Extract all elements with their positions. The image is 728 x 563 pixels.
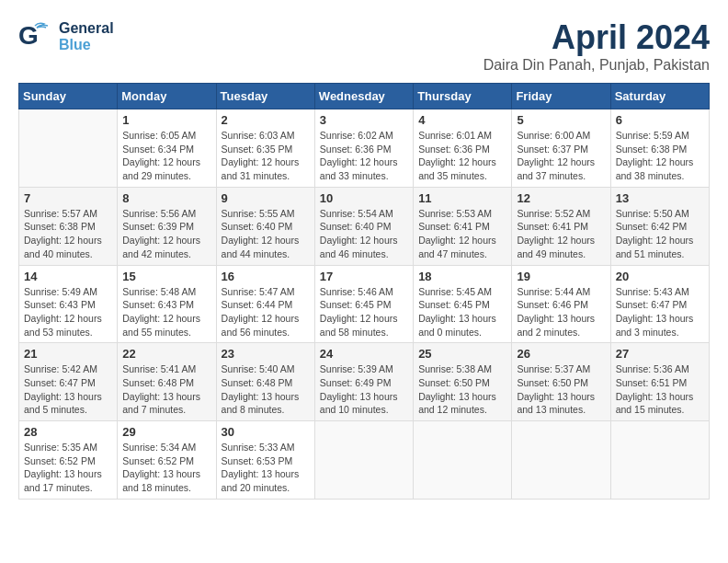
- day-number: 11: [418, 191, 506, 205]
- calendar-cell: [414, 421, 512, 500]
- day-info: Sunrise: 5:57 AMSunset: 6:38 PMDaylight:…: [24, 207, 112, 261]
- header-saturday: Saturday: [610, 84, 709, 109]
- day-info: Sunrise: 5:37 AMSunset: 6:50 PMDaylight:…: [517, 362, 605, 417]
- calendar-cell: 15Sunrise: 5:48 AMSunset: 6:43 PMDayligh…: [118, 265, 216, 343]
- day-info: Sunrise: 5:36 AMSunset: 6:51 PMDaylight:…: [616, 362, 704, 417]
- page-subtitle: Daira Din Panah, Punjab, Pakistan: [483, 57, 710, 74]
- calendar-cell: 30Sunrise: 5:33 AMSunset: 6:53 PMDayligh…: [216, 421, 314, 500]
- day-number: 14: [24, 270, 112, 283]
- day-info: Sunrise: 5:49 AMSunset: 6:43 PMDaylight:…: [24, 285, 112, 339]
- calendar-cell: 3Sunrise: 6:02 AMSunset: 6:36 PMDaylight…: [314, 109, 413, 188]
- day-number: 7: [24, 191, 112, 205]
- calendar-cell: 24Sunrise: 5:39 AMSunset: 6:49 PMDayligh…: [314, 343, 413, 421]
- day-number: 24: [320, 347, 408, 361]
- calendar-cell: 25Sunrise: 5:38 AMSunset: 6:50 PMDayligh…: [414, 343, 512, 421]
- calendar-cell: [314, 421, 413, 500]
- calendar-cell: 18Sunrise: 5:45 AMSunset: 6:45 PMDayligh…: [414, 265, 512, 343]
- day-number: 4: [418, 113, 506, 127]
- day-info: Sunrise: 6:05 AMSunset: 6:34 PMDaylight:…: [122, 129, 210, 183]
- header-thursday: Thursday: [414, 84, 512, 109]
- day-number: 13: [616, 191, 704, 205]
- day-number: 17: [320, 270, 408, 283]
- calendar-cell: 10Sunrise: 5:54 AMSunset: 6:40 PMDayligh…: [314, 187, 413, 265]
- day-number: 25: [418, 347, 506, 361]
- calendar-week-5: 28Sunrise: 5:35 AMSunset: 6:52 PMDayligh…: [19, 421, 710, 500]
- calendar-cell: 1Sunrise: 6:05 AMSunset: 6:34 PMDaylight…: [118, 109, 216, 188]
- day-info: Sunrise: 5:53 AMSunset: 6:41 PMDaylight:…: [418, 207, 506, 261]
- day-info: Sunrise: 5:54 AMSunset: 6:40 PMDaylight:…: [320, 207, 408, 261]
- day-info: Sunrise: 5:39 AMSunset: 6:49 PMDaylight:…: [320, 362, 408, 417]
- day-number: 9: [222, 191, 310, 205]
- header-tuesday: Tuesday: [216, 84, 314, 109]
- day-number: 27: [616, 347, 704, 361]
- day-number: 30: [222, 425, 310, 439]
- calendar-cell: 14Sunrise: 5:49 AMSunset: 6:43 PMDayligh…: [19, 265, 118, 343]
- day-number: 2: [222, 113, 310, 127]
- day-info: Sunrise: 5:50 AMSunset: 6:42 PMDaylight:…: [616, 207, 704, 261]
- header-friday: Friday: [512, 84, 610, 109]
- calendar-cell: 23Sunrise: 5:40 AMSunset: 6:48 PMDayligh…: [216, 343, 314, 421]
- day-number: 10: [320, 191, 408, 205]
- day-info: Sunrise: 5:52 AMSunset: 6:41 PMDaylight:…: [517, 207, 605, 261]
- day-info: Sunrise: 5:48 AMSunset: 6:43 PMDaylight:…: [122, 285, 210, 339]
- calendar-cell: 4Sunrise: 6:01 AMSunset: 6:36 PMDaylight…: [414, 109, 512, 188]
- logo-general-text: General: [59, 20, 114, 37]
- logo: G General Blue: [18, 18, 114, 55]
- calendar-cell: 27Sunrise: 5:36 AMSunset: 6:51 PMDayligh…: [610, 343, 709, 421]
- day-info: Sunrise: 5:41 AMSunset: 6:48 PMDaylight:…: [122, 362, 210, 417]
- day-info: Sunrise: 5:34 AMSunset: 6:52 PMDaylight:…: [122, 441, 210, 495]
- day-number: 19: [517, 270, 605, 283]
- calendar-cell: 9Sunrise: 5:55 AMSunset: 6:40 PMDaylight…: [216, 187, 314, 265]
- calendar-cell: 28Sunrise: 5:35 AMSunset: 6:52 PMDayligh…: [19, 421, 118, 500]
- day-number: 3: [320, 113, 408, 127]
- day-info: Sunrise: 5:45 AMSunset: 6:45 PMDaylight:…: [418, 285, 506, 339]
- logo-label: General Blue: [59, 20, 114, 52]
- calendar-week-3: 14Sunrise: 5:49 AMSunset: 6:43 PMDayligh…: [19, 265, 710, 343]
- calendar-cell: 11Sunrise: 5:53 AMSunset: 6:41 PMDayligh…: [414, 187, 512, 265]
- day-info: Sunrise: 5:43 AMSunset: 6:47 PMDaylight:…: [616, 285, 704, 339]
- day-number: 8: [122, 191, 210, 205]
- day-info: Sunrise: 6:03 AMSunset: 6:35 PMDaylight:…: [222, 129, 310, 183]
- day-info: Sunrise: 5:42 AMSunset: 6:47 PMDaylight:…: [24, 362, 112, 417]
- calendar-table: Sunday Monday Tuesday Wednesday Thursday…: [18, 83, 710, 500]
- calendar-cell: [512, 421, 610, 500]
- page-header: G General Blue April 2024 Daira Din Pana…: [18, 18, 710, 74]
- day-info: Sunrise: 5:40 AMSunset: 6:48 PMDaylight:…: [222, 362, 310, 417]
- calendar-cell: 7Sunrise: 5:57 AMSunset: 6:38 PMDaylight…: [19, 187, 118, 265]
- header-sunday: Sunday: [19, 84, 118, 109]
- day-number: 26: [517, 347, 605, 361]
- calendar-cell: 2Sunrise: 6:03 AMSunset: 6:35 PMDaylight…: [216, 109, 314, 188]
- calendar-cell: 5Sunrise: 6:00 AMSunset: 6:37 PMDaylight…: [512, 109, 610, 188]
- calendar-cell: 26Sunrise: 5:37 AMSunset: 6:50 PMDayligh…: [512, 343, 610, 421]
- calendar-cell: 16Sunrise: 5:47 AMSunset: 6:44 PMDayligh…: [216, 265, 314, 343]
- calendar-header: Sunday Monday Tuesday Wednesday Thursday…: [19, 84, 710, 109]
- day-number: 29: [122, 425, 210, 439]
- day-info: Sunrise: 5:46 AMSunset: 6:45 PMDaylight:…: [320, 285, 408, 339]
- day-number: 18: [418, 270, 506, 283]
- calendar-cell: [610, 421, 709, 500]
- day-info: Sunrise: 6:00 AMSunset: 6:37 PMDaylight:…: [517, 129, 605, 183]
- calendar-body: 1Sunrise: 6:05 AMSunset: 6:34 PMDaylight…: [19, 109, 710, 500]
- calendar-cell: 19Sunrise: 5:44 AMSunset: 6:46 PMDayligh…: [512, 265, 610, 343]
- day-info: Sunrise: 5:59 AMSunset: 6:38 PMDaylight:…: [616, 129, 704, 183]
- calendar-cell: 22Sunrise: 5:41 AMSunset: 6:48 PMDayligh…: [118, 343, 216, 421]
- day-number: 15: [122, 270, 210, 283]
- day-info: Sunrise: 5:56 AMSunset: 6:39 PMDaylight:…: [122, 207, 210, 261]
- day-number: 16: [222, 270, 310, 283]
- day-info: Sunrise: 6:02 AMSunset: 6:36 PMDaylight:…: [320, 129, 408, 183]
- logo-icon: G: [18, 18, 55, 55]
- calendar-week-2: 7Sunrise: 5:57 AMSunset: 6:38 PMDaylight…: [19, 187, 710, 265]
- calendar-cell: 12Sunrise: 5:52 AMSunset: 6:41 PMDayligh…: [512, 187, 610, 265]
- page-title: April 2024: [483, 18, 710, 57]
- day-number: 1: [122, 113, 210, 127]
- day-info: Sunrise: 5:35 AMSunset: 6:52 PMDaylight:…: [24, 441, 112, 495]
- day-info: Sunrise: 5:33 AMSunset: 6:53 PMDaylight:…: [222, 441, 310, 495]
- calendar-cell: 20Sunrise: 5:43 AMSunset: 6:47 PMDayligh…: [610, 265, 709, 343]
- header-row: Sunday Monday Tuesday Wednesday Thursday…: [19, 84, 710, 109]
- day-number: 20: [616, 270, 704, 283]
- calendar-week-4: 21Sunrise: 5:42 AMSunset: 6:47 PMDayligh…: [19, 343, 710, 421]
- title-area: April 2024 Daira Din Panah, Punjab, Paki…: [483, 18, 710, 74]
- day-info: Sunrise: 5:55 AMSunset: 6:40 PMDaylight:…: [222, 207, 310, 261]
- calendar-cell: [19, 109, 118, 188]
- day-info: Sunrise: 5:38 AMSunset: 6:50 PMDaylight:…: [418, 362, 506, 417]
